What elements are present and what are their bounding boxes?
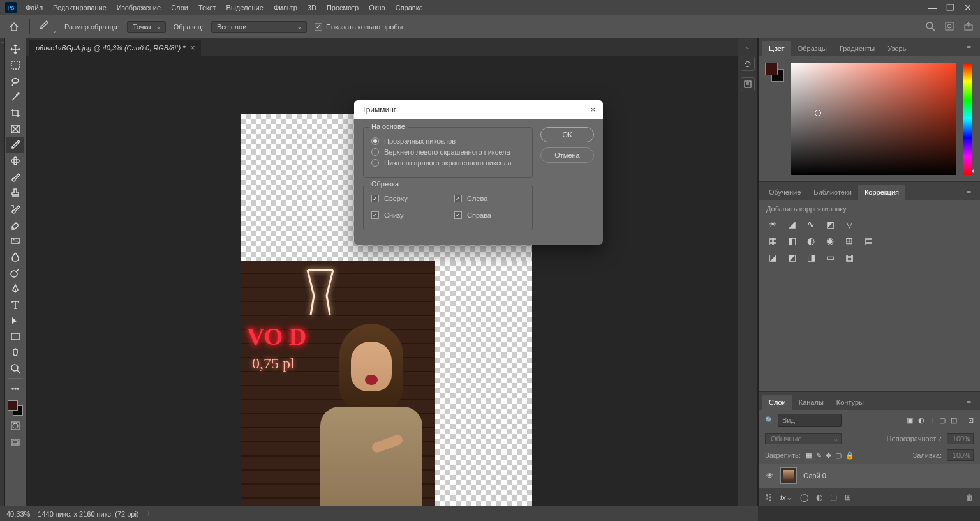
menu-edit[interactable]: Редактирование <box>48 1 112 14</box>
quickmask-toggle-icon[interactable] <box>6 418 24 434</box>
layer-name[interactable]: Слой 0 <box>803 472 826 479</box>
lock-brush-icon[interactable]: ✎ <box>816 451 822 460</box>
cancel-button[interactable]: Отмена <box>540 147 594 163</box>
tab-close-icon[interactable]: × <box>190 43 195 52</box>
gradient-tool-icon[interactable] <box>6 232 24 248</box>
adjustment-layer-icon[interactable]: ◐ <box>816 493 822 502</box>
lock-artboard-icon[interactable]: ▢ <box>835 451 842 460</box>
threshold-icon[interactable]: ◨ <box>805 251 817 264</box>
tab-color[interactable]: Цвет <box>762 41 791 56</box>
layer-row[interactable]: 👁 Слой 0 <box>759 464 980 488</box>
colorlookup-icon[interactable]: ▤ <box>862 234 875 247</box>
curves-icon[interactable]: ∿ <box>805 218 817 230</box>
posterize-icon[interactable]: ◩ <box>785 251 798 264</box>
check-right[interactable]: ✓Справа <box>454 211 524 219</box>
zoom-tool-icon[interactable] <box>6 360 24 376</box>
stamp-tool-icon[interactable] <box>6 185 24 200</box>
menu-window[interactable]: Окно <box>364 1 390 14</box>
layer-fx-icon[interactable]: fx⌄ <box>780 493 792 502</box>
status-chevron-icon[interactable]: 〉 <box>147 510 152 518</box>
radio-bottomright[interactable]: Нижнего правого окрашенного пиксела <box>371 159 524 167</box>
menu-view[interactable]: Просмотр <box>322 1 364 14</box>
crop-tool-icon[interactable] <box>6 105 24 121</box>
dodge-tool-icon[interactable] <box>6 264 24 280</box>
selective-icon[interactable]: ▦ <box>843 251 856 264</box>
group-icon[interactable]: ▢ <box>830 493 837 502</box>
gradientmap-icon[interactable]: ▭ <box>824 251 836 264</box>
filter-toggle-icon[interactable]: ⊡ <box>962 416 974 425</box>
hue-slider[interactable] <box>963 63 972 175</box>
photofilter-icon[interactable]: ◉ <box>824 234 836 247</box>
shape-tool-icon[interactable] <box>6 328 24 344</box>
color-swatches[interactable] <box>6 399 24 417</box>
edit-toolbar-icon[interactable] <box>6 381 24 396</box>
blur-tool-icon[interactable] <box>6 248 24 264</box>
filter-shape-icon[interactable]: ▢ <box>939 416 946 425</box>
vibrance-icon[interactable]: ▽ <box>843 218 856 230</box>
check-top[interactable]: ✓Сверху <box>371 195 442 202</box>
opacity-input[interactable]: 100% <box>947 433 974 444</box>
screenmode-icon[interactable] <box>6 435 24 450</box>
menu-select[interactable]: Выделение <box>221 1 269 14</box>
menu-file[interactable]: Файл <box>20 1 48 14</box>
show-ring-checkbox[interactable]: ✓ Показать кольцо пробы <box>315 23 403 31</box>
filter-image-icon[interactable]: ▣ <box>907 416 913 425</box>
invert-icon[interactable]: ◪ <box>766 251 779 264</box>
lasso-tool-icon[interactable] <box>6 73 24 89</box>
menu-help[interactable]: Справка <box>390 1 428 14</box>
marquee-tool-icon[interactable] <box>6 57 24 73</box>
filter-adjust-icon[interactable]: ◐ <box>918 416 924 425</box>
quickmask-icon[interactable] <box>944 21 954 33</box>
tab-libraries[interactable]: Библиотеки <box>807 185 858 200</box>
bw-icon[interactable]: ◐ <box>805 234 817 247</box>
menu-image[interactable]: Изображение <box>112 1 166 14</box>
menu-3d[interactable]: 3D <box>302 1 322 14</box>
check-bottom[interactable]: ✓Снизу <box>371 211 442 219</box>
tab-channels[interactable]: Каналы <box>792 395 830 410</box>
channelmixer-icon[interactable]: ⊞ <box>843 234 856 247</box>
fill-input[interactable]: 100% <box>947 449 974 461</box>
panel-menu-icon[interactable]: ≡ <box>962 185 976 200</box>
tab-adjustments[interactable]: Коррекция <box>858 185 905 200</box>
history-brush-tool-icon[interactable] <box>6 200 24 216</box>
foreground-swatch[interactable] <box>8 400 18 411</box>
radio-topleft[interactable]: Верхнего левого окрашенного пиксела <box>371 148 524 156</box>
search-icon[interactable] <box>925 21 935 33</box>
home-icon[interactable] <box>6 19 22 34</box>
colorbalance-icon[interactable]: ◧ <box>785 234 798 247</box>
brush-tool-icon[interactable] <box>6 169 24 185</box>
properties-panel-icon[interactable] <box>741 77 755 91</box>
share-icon[interactable] <box>963 21 974 33</box>
dialog-close-icon[interactable]: × <box>591 105 595 114</box>
ok-button[interactable]: ОК <box>540 127 594 142</box>
tab-gradients[interactable]: Градиенты <box>833 41 881 56</box>
radio-transparent[interactable]: Прозрачных пикселов <box>371 137 524 145</box>
tab-learn[interactable]: Обучение <box>762 185 807 200</box>
panel-menu-icon[interactable]: ≡ <box>962 395 976 410</box>
heal-tool-icon[interactable] <box>6 153 24 169</box>
close-icon[interactable]: ✕ <box>963 3 972 12</box>
tab-patterns[interactable]: Узоры <box>881 41 914 56</box>
layer-visibility-icon[interactable]: 👁 <box>765 472 774 479</box>
eraser-tool-icon[interactable] <box>6 216 24 232</box>
zoom-level[interactable]: 40,33% <box>6 510 30 518</box>
menu-layers[interactable]: Слои <box>166 1 193 14</box>
tab-swatches[interactable]: Образцы <box>791 41 833 56</box>
lock-all-icon[interactable]: 🔒 <box>845 451 854 460</box>
history-panel-icon[interactable] <box>741 57 755 71</box>
delete-layer-icon[interactable]: 🗑 <box>966 493 974 502</box>
layer-thumbnail[interactable] <box>780 467 797 484</box>
type-tool-icon[interactable] <box>6 296 24 312</box>
lock-position-icon[interactable]: ✥ <box>826 451 831 460</box>
hue-icon[interactable]: ▦ <box>766 234 779 247</box>
tab-layers[interactable]: Слои <box>762 395 792 410</box>
new-layer-icon[interactable]: ⊞ <box>845 493 851 502</box>
eyedropper-tool-icon[interactable]: ⌄ <box>38 20 57 34</box>
color-panel-swatches[interactable] <box>765 63 784 82</box>
frame-tool-icon[interactable] <box>6 121 24 137</box>
layer-mask-icon[interactable]: ◯ <box>800 493 808 502</box>
levels-icon[interactable]: ◢ <box>785 218 798 230</box>
menu-text[interactable]: Текст <box>193 1 221 14</box>
menu-filter[interactable]: Фильтр <box>269 1 302 14</box>
minimize-icon[interactable]: — <box>928 3 937 12</box>
